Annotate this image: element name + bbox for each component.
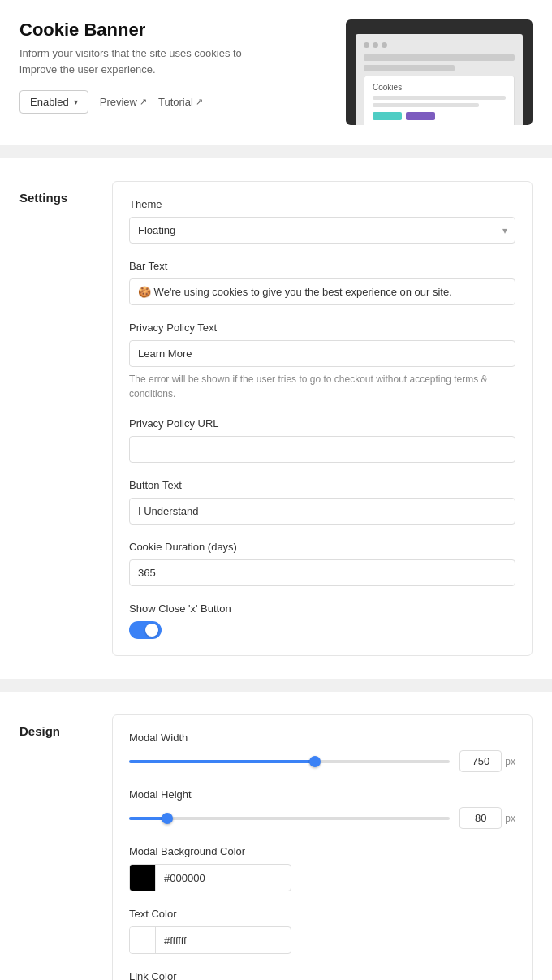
settings-panel: Theme Floating Bar Modal ▾ Bar Text Priv… bbox=[112, 181, 533, 656]
show-close-button-group: Show Close 'x' Button bbox=[129, 602, 515, 639]
enabled-button[interactable]: Enabled ▾ bbox=[19, 90, 88, 114]
text-color-field[interactable]: #ffffff bbox=[129, 926, 291, 954]
external-link-icon: ↗ bbox=[140, 97, 147, 107]
browser-dots bbox=[364, 42, 515, 48]
design-label: Design bbox=[19, 714, 93, 738]
cookie-preview-box: Cookies bbox=[364, 76, 515, 125]
modal-height-slider-row: px bbox=[129, 807, 515, 829]
external-link-icon: ↗ bbox=[196, 97, 203, 107]
dot-1 bbox=[364, 42, 369, 48]
cookie-duration-input[interactable] bbox=[129, 559, 515, 586]
modal-height-thumb[interactable] bbox=[162, 813, 173, 824]
page-description: Inform your visitors that the site uses … bbox=[19, 45, 247, 77]
tutorial-link[interactable]: Tutorial ↗ bbox=[158, 96, 203, 108]
settings-layout: Settings Theme Floating Bar Modal ▾ Bar … bbox=[19, 181, 533, 656]
preview-browser: Cookies bbox=[356, 34, 523, 125]
privacy-policy-text-label: Privacy Policy Text bbox=[129, 322, 515, 334]
text-color-value: #ffffff bbox=[156, 930, 291, 952]
cookie-duration-group: Cookie Duration (days) bbox=[129, 541, 515, 586]
design-panel: Modal Width px Modal Height bbox=[112, 714, 533, 980]
link-color-label: Link Color bbox=[129, 970, 515, 980]
header-actions: Enabled ▾ Preview ↗ Tutorial ↗ bbox=[19, 90, 346, 114]
cookie-decline-btn bbox=[406, 112, 435, 120]
modal-width-slider-row: px bbox=[129, 750, 515, 772]
browser-row-1 bbox=[364, 54, 515, 61]
modal-width-label: Modal Width bbox=[129, 732, 515, 744]
cookie-preview-line-1 bbox=[373, 96, 506, 100]
preview-link[interactable]: Preview ↗ bbox=[100, 96, 147, 108]
design-section: Design Modal Width px Modal H bbox=[0, 692, 552, 980]
modal-width-thumb[interactable] bbox=[309, 756, 321, 767]
button-text-label: Button Text bbox=[129, 479, 515, 491]
chevron-down-icon: ▾ bbox=[74, 97, 78, 106]
section-divider-1 bbox=[0, 145, 552, 158]
settings-label: Settings bbox=[19, 181, 93, 205]
toggle-thumb bbox=[145, 624, 158, 637]
dot-3 bbox=[382, 42, 387, 48]
bar-text-field-group: Bar Text bbox=[129, 260, 515, 305]
modal-bg-color-field[interactable]: #000000 bbox=[129, 864, 291, 891]
browser-row-2 bbox=[364, 65, 455, 71]
header-left: Cookie Banner Inform your visitors that … bbox=[19, 19, 346, 114]
modal-width-group: Modal Width px bbox=[129, 732, 515, 772]
toggle-wrapper bbox=[129, 621, 515, 639]
modal-bg-color-swatch bbox=[130, 865, 156, 891]
cookie-preview-line-2 bbox=[373, 103, 479, 107]
text-color-swatch bbox=[130, 927, 156, 953]
modal-height-label: Modal Height bbox=[129, 788, 515, 801]
text-color-label: Text Color bbox=[129, 908, 515, 920]
privacy-policy-hint: The error will be shown if the user trie… bbox=[129, 372, 515, 401]
button-text-input[interactable] bbox=[129, 498, 515, 525]
settings-section: Settings Theme Floating Bar Modal ▾ Bar … bbox=[0, 158, 552, 679]
modal-width-unit: px bbox=[505, 756, 515, 767]
design-layout: Design Modal Width px Modal H bbox=[19, 714, 533, 980]
page-title: Cookie Banner bbox=[19, 19, 346, 41]
dot-2 bbox=[373, 42, 378, 48]
privacy-policy-url-input[interactable] bbox=[129, 436, 515, 463]
button-text-group: Button Text bbox=[129, 479, 515, 525]
modal-width-fill bbox=[129, 760, 315, 763]
privacy-policy-url-group: Privacy Policy URL bbox=[129, 417, 515, 463]
cookie-preview-title: Cookies bbox=[373, 83, 506, 92]
modal-bg-color-label: Modal Background Color bbox=[129, 845, 515, 857]
tutorial-label: Tutorial bbox=[158, 96, 193, 108]
modal-height-track[interactable] bbox=[129, 817, 450, 820]
privacy-policy-text-group: Privacy Policy Text The error will be sh… bbox=[129, 322, 515, 401]
modal-width-track[interactable] bbox=[129, 760, 450, 763]
cookie-preview-buttons bbox=[373, 112, 506, 120]
modal-height-value-group: px bbox=[459, 807, 515, 829]
privacy-policy-url-label: Privacy Policy URL bbox=[129, 417, 515, 430]
header-section: Cookie Banner Inform your visitors that … bbox=[0, 0, 552, 145]
theme-select-wrapper: Floating Bar Modal ▾ bbox=[129, 217, 515, 244]
bar-text-input[interactable] bbox=[129, 278, 515, 305]
theme-label: Theme bbox=[129, 198, 515, 210]
close-button-toggle[interactable] bbox=[129, 621, 162, 639]
privacy-policy-text-input[interactable] bbox=[129, 340, 515, 367]
modal-height-input[interactable] bbox=[459, 807, 502, 829]
modal-height-unit: px bbox=[505, 813, 515, 824]
cookie-accept-btn bbox=[373, 112, 402, 120]
modal-width-value-group: px bbox=[459, 750, 515, 772]
text-color-group: Text Color #ffffff bbox=[129, 908, 515, 954]
modal-width-input[interactable] bbox=[459, 750, 502, 772]
cookie-duration-label: Cookie Duration (days) bbox=[129, 541, 515, 553]
enabled-label: Enabled bbox=[30, 96, 69, 108]
modal-bg-color-value: #000000 bbox=[156, 867, 291, 889]
theme-select[interactable]: Floating Bar Modal bbox=[129, 217, 515, 244]
preview-image: Cookies bbox=[346, 19, 533, 125]
preview-label: Preview bbox=[100, 96, 137, 108]
show-close-button-label: Show Close 'x' Button bbox=[129, 602, 515, 615]
bar-text-label: Bar Text bbox=[129, 260, 515, 272]
section-divider-2 bbox=[0, 679, 552, 692]
theme-field-group: Theme Floating Bar Modal ▾ bbox=[129, 198, 515, 244]
modal-bg-color-group: Modal Background Color #000000 bbox=[129, 845, 515, 891]
link-color-group: Link Color #aeaeae bbox=[129, 970, 515, 980]
modal-height-group: Modal Height px bbox=[129, 788, 515, 829]
